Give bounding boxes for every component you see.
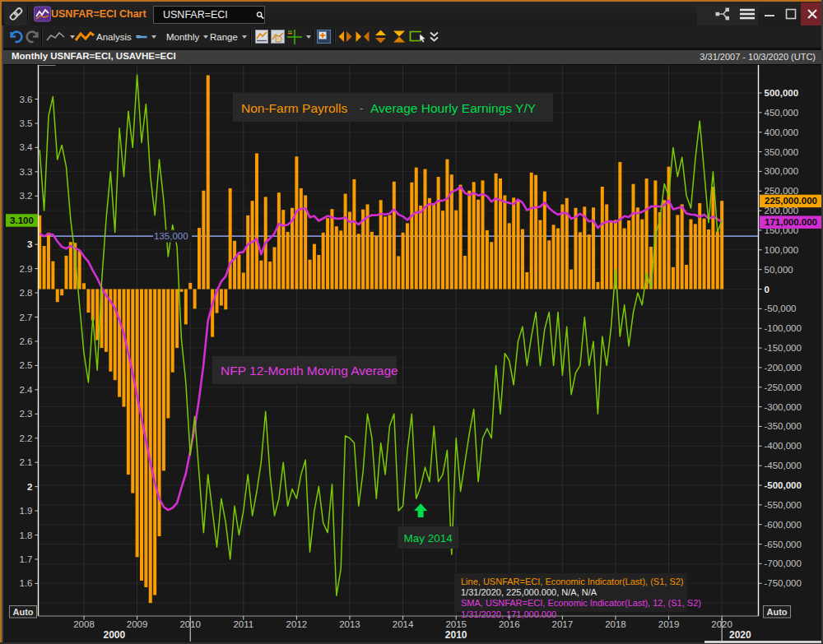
- add-chart-button[interactable]: [317, 25, 331, 48]
- left-axis-label: 2.3: [20, 409, 33, 419]
- expand-horizontal-button[interactable]: [338, 25, 352, 48]
- nfp-bar: [640, 220, 644, 290]
- nfp-bar: [188, 283, 192, 290]
- nfp-bar: [153, 290, 156, 595]
- nfp-bar: [207, 76, 210, 290]
- minimize-button[interactable]: [763, 2, 776, 25]
- auto-scale-label: Auto: [766, 607, 787, 617]
- right-axis-label: -150,000: [765, 343, 802, 353]
- nfp-bar: [618, 162, 621, 290]
- nfp-bar: [322, 233, 325, 290]
- right-axis-label: 300,000: [765, 166, 799, 176]
- chart-type-button[interactable]: [255, 25, 268, 48]
- right-axis-label: 0: [765, 285, 770, 294]
- nfp-bar: [166, 290, 170, 419]
- right-axis-label: -100,000: [765, 323, 802, 333]
- x-axis-decade-label: 2000: [104, 629, 126, 641]
- nfp-bar: [463, 256, 467, 290]
- nfp-bar: [64, 256, 67, 290]
- nfp-bar: [579, 232, 582, 289]
- maximize-icon: [784, 6, 797, 22]
- nfp-bar: [326, 218, 329, 289]
- search-icon[interactable]: [256, 8, 264, 22]
- redo-icon: [26, 29, 41, 44]
- nfp-bar: [432, 204, 435, 290]
- close-icon: [806, 7, 819, 21]
- left-axis-label: 2.9: [20, 264, 33, 274]
- nfp-bar: [198, 228, 201, 289]
- x-axis-decade-label: 2020: [729, 629, 751, 641]
- right-axis-label: 450,000: [765, 108, 799, 118]
- window-resize-strip[interactable]: [704, 641, 821, 643]
- chart-pan-button[interactable]: [271, 25, 285, 48]
- nfp-bar: [410, 183, 413, 290]
- nfp-bar: [703, 219, 706, 290]
- right-axis-label: 100,000: [765, 245, 799, 255]
- collapse-horizontal-button[interactable]: [356, 25, 370, 48]
- nfp-bar: [681, 204, 684, 289]
- nfp-bar: [300, 188, 303, 290]
- line-color-icon: [136, 30, 147, 44]
- nfp-bar: [51, 262, 54, 290]
- search-input[interactable]: [154, 9, 252, 21]
- crosshair-dropdown[interactable]: [287, 25, 311, 48]
- toolbar: Analysis Monthly Range: [2, 25, 821, 49]
- undo-button[interactable]: [7, 25, 23, 48]
- left-axis-label: 3.5: [20, 118, 33, 128]
- nfp-bar: [246, 215, 249, 290]
- maximize-button[interactable]: [784, 2, 797, 25]
- left-axis-label: 2.8: [20, 288, 33, 298]
- right-axis-label: -700,000: [765, 558, 802, 568]
- nfp-bar: [131, 290, 134, 493]
- x-axis-year-label: 2016: [499, 619, 520, 629]
- close-button[interactable]: [801, 2, 823, 25]
- link-channel-button[interactable]: [9, 2, 23, 25]
- nfp-bar: [193, 290, 197, 309]
- redo-button[interactable]: [26, 25, 41, 48]
- line-style-dropdown[interactable]: [46, 25, 75, 48]
- zoom-region-button[interactable]: [408, 25, 426, 48]
- range-dropdown[interactable]: Range: [210, 25, 247, 48]
- nfp-bar: [91, 290, 95, 321]
- nfp-bar: [419, 206, 422, 290]
- nfp-bar: [374, 236, 378, 290]
- nfp-bar: [78, 251, 81, 289]
- interval-dropdown[interactable]: Monthly: [166, 25, 208, 48]
- window-border-top: [0, 0, 823, 2]
- more-tools-button[interactable]: [429, 25, 439, 48]
- nfp-bar: [517, 201, 520, 289]
- nfp-bar: [211, 290, 214, 337]
- minimize-icon: [763, 6, 776, 22]
- chart-canvas[interactable]: Line, USNFAR=ECI, Economic Indicator(Las…: [0, 0, 823, 644]
- left-axis-badge: 3.100: [10, 215, 34, 225]
- nfp-bar: [202, 191, 205, 290]
- nfp-bar: [179, 290, 183, 292]
- nfp-bar: [118, 290, 121, 397]
- expand-vertical-button[interactable]: [374, 25, 388, 48]
- nfp-bar: [313, 244, 316, 290]
- zoom-interval-button[interactable]: [393, 25, 406, 48]
- nfp-bar: [224, 290, 227, 310]
- nfp-bar: [689, 220, 692, 290]
- nfp-bar: [175, 290, 179, 349]
- popout-button[interactable]: [714, 2, 731, 25]
- nfp-bar: [538, 220, 542, 290]
- window-title-text: USNFAR=ECI Chart: [51, 8, 146, 20]
- analysis-dropdown[interactable]: Analysis: [75, 25, 141, 48]
- menu-button[interactable]: [738, 2, 756, 25]
- nfp-bar: [171, 290, 174, 373]
- nfp-bar: [512, 197, 515, 289]
- event-label: May 2014: [403, 532, 453, 544]
- nfp-bar: [588, 234, 591, 289]
- nfp-bar: [627, 220, 630, 289]
- nfp-bar: [499, 178, 502, 290]
- chevron-down-icon: [242, 35, 247, 39]
- left-axis-label: 1.6: [20, 578, 33, 588]
- line-color-dropdown[interactable]: [136, 25, 156, 48]
- x-axis-year-label: 2014: [393, 619, 414, 629]
- nfp-bar: [459, 185, 463, 290]
- right-axis-label: -400,000: [765, 441, 802, 451]
- legend-line: 1/31/2020, 225,000.000, N/A, N/A: [461, 587, 597, 597]
- chevron-down-icon: [306, 35, 311, 39]
- x-axis-year-label: 2013: [339, 619, 360, 629]
